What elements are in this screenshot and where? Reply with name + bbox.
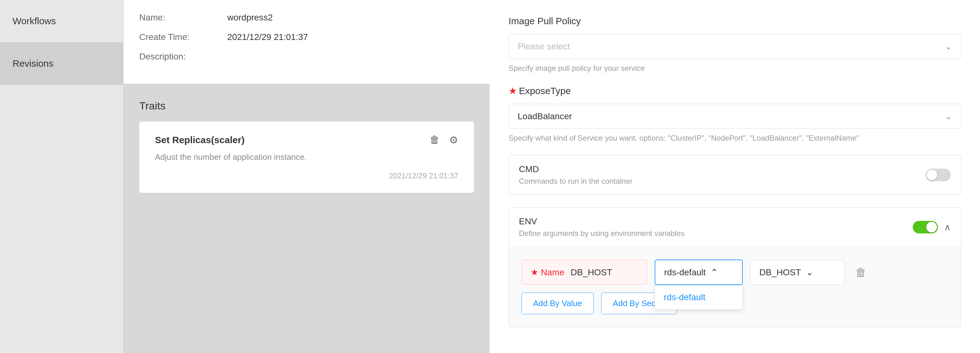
env-key-value: DB_HOST (759, 267, 801, 278)
env-key-dropdown[interactable]: DB_HOST ⌄ (750, 260, 845, 285)
image-pull-policy-hint: Specify image pull policy for your servi… (509, 64, 961, 73)
env-toggle[interactable] (913, 221, 938, 233)
delete-trait-icon[interactable]: 🗑 (430, 134, 440, 146)
trait-card-header: Set Replicas(scaler) 🗑 ⚙ (155, 134, 458, 146)
env-name-required-star: ★ Name (531, 267, 564, 278)
chevron-down-icon: ⌄ (945, 41, 952, 51)
traits-title: Traits (139, 100, 474, 112)
sidebar-item-label: Workflows (13, 16, 56, 26)
image-pull-policy-select[interactable]: Please select ⌄ (509, 34, 961, 59)
required-star: ★ (509, 85, 517, 96)
chevron-down-icon: ⌄ (806, 267, 813, 278)
env-header: ENV Define arguments by using environmen… (509, 208, 961, 247)
expose-type-hint: Specify what kind of Service you want. o… (509, 134, 961, 142)
env-name-value: DB_HOST (570, 267, 612, 278)
info-row-name: Name: wordpress2 (139, 13, 474, 22)
expose-type-value: LoadBalancer (518, 111, 572, 121)
chevron-down-icon: ⌄ (945, 111, 952, 121)
sidebar-item-label: Revisions (13, 58, 53, 69)
cmd-box: CMD Commands to run in the container (509, 155, 961, 195)
cmd-desc: Commands to run in the container (519, 177, 633, 185)
info-row-create-time: Create Time: 2021/12/29 21:01:37 (139, 32, 474, 42)
env-section: ENV Define arguments by using environmen… (509, 207, 961, 327)
env-header-left: ENV Define arguments by using environmen… (519, 216, 684, 238)
env-source-wrapper: rds-default ⌃ rds-default (655, 260, 743, 285)
trait-card-time: 2021/12/29 21:01:37 (155, 171, 458, 180)
collapse-icon[interactable]: ∧ (944, 222, 951, 233)
env-source-value: rds-default (664, 267, 706, 278)
image-pull-policy-label: Image Pull Policy (509, 16, 961, 26)
sidebar-item-workflows[interactable]: Workflows (0, 0, 123, 43)
env-title: ENV (519, 216, 684, 227)
sidebar: Workflows Revisions (0, 0, 124, 353)
chevron-up-icon: ⌃ (711, 267, 718, 278)
cmd-text: CMD Commands to run in the container (519, 164, 633, 185)
sidebar-item-revisions[interactable]: Revisions (0, 43, 123, 85)
create-time-value: 2021/12/29 21:01:37 (227, 32, 308, 42)
env-body: ★ Name DB_HOST rds-default ⌃ rds-default (509, 247, 961, 327)
env-delete-icon[interactable]: 🗑 (852, 263, 870, 282)
env-desc: Define arguments by using environment va… (519, 229, 684, 238)
right-panel: Image Pull Policy Please select ⌄ Specif… (490, 0, 980, 353)
trait-card: Set Replicas(scaler) 🗑 ⚙ Adjust the numb… (139, 121, 474, 193)
info-row-description: Description: (139, 51, 474, 62)
trait-card-title: Set Replicas(scaler) (155, 135, 245, 145)
cmd-title: CMD (519, 164, 633, 174)
env-name-box: ★ Name DB_HOST (522, 260, 647, 285)
env-dropdown-list: rds-default (655, 285, 743, 310)
expose-type-select[interactable]: LoadBalancer ⌄ (509, 104, 961, 129)
traits-section: Traits Set Replicas(scaler) 🗑 ⚙ Adjust t… (124, 90, 490, 193)
trait-card-desc: Adjust the number of application instanc… (155, 152, 458, 162)
trait-card-icons: 🗑 ⚙ (430, 134, 458, 146)
cmd-toggle[interactable] (926, 169, 951, 181)
create-time-label: Create Time: (139, 32, 227, 42)
description-label: Description: (139, 51, 227, 62)
info-card: Name: wordpress2 Create Time: 2021/12/29… (124, 0, 490, 84)
image-pull-policy-placeholder: Please select (518, 42, 570, 51)
env-row: ★ Name DB_HOST rds-default ⌃ rds-default (522, 260, 948, 285)
env-dropdown-item[interactable]: rds-default (655, 285, 742, 309)
main-left-panel: Name: wordpress2 Create Time: 2021/12/29… (124, 0, 490, 353)
name-value: wordpress2 (227, 13, 273, 22)
add-by-value-button[interactable]: Add By Value (522, 292, 594, 314)
name-label: Name: (139, 13, 227, 22)
env-source-dropdown[interactable]: rds-default ⌃ (655, 260, 743, 285)
settings-trait-icon[interactable]: ⚙ (449, 134, 458, 146)
expose-type-label: ★ ExposeType (509, 85, 961, 96)
env-header-right: ∧ (913, 221, 951, 233)
